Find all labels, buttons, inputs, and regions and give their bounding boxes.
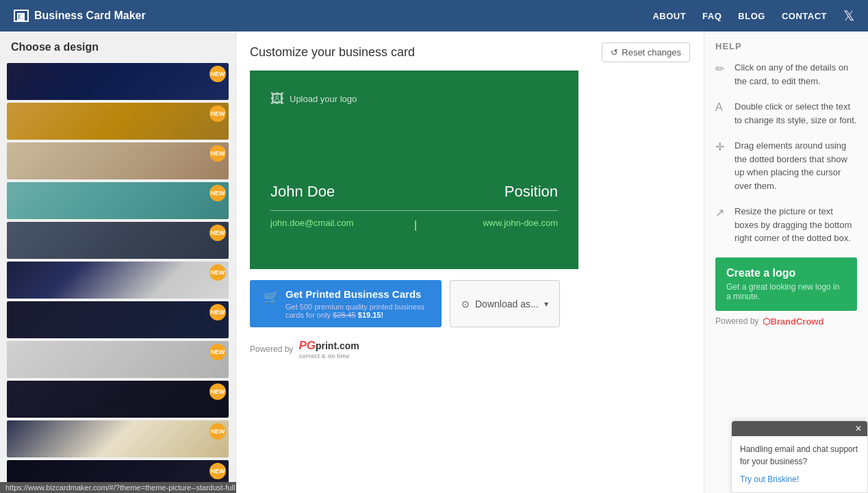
download-label: Download as... <box>475 299 539 309</box>
design-item-7[interactable]: NEW <box>7 301 229 338</box>
create-logo-sub: Get a great looking new logo in a minute… <box>726 282 846 301</box>
sidebar-heading: Choose a design <box>0 31 235 60</box>
design-swatch-10 <box>7 420 229 457</box>
logo-icon: ▣ <box>14 10 29 22</box>
new-badge-4: NEW <box>209 185 226 201</box>
help-item-3: ↗Resize the picture or text boxes by dra… <box>715 205 857 245</box>
help-title: HELP <box>715 41 857 51</box>
design-swatch-9 <box>7 381 229 418</box>
bc-logo: ⬡BrandCrowd <box>763 316 824 327</box>
help-text-3: Resize the picture or text boxes by drag… <box>735 205 857 245</box>
help-icon-1: A <box>715 101 728 114</box>
powered-by-pg: Powered by PGprint.com correct & on time <box>250 338 690 359</box>
design-item-5[interactable]: NEW <box>7 222 229 259</box>
powered-by-label: Powered by <box>250 344 293 354</box>
status-url: https://www.bizcardmaker.com/#/?theme=th… <box>5 483 235 492</box>
new-badge-6: NEW <box>209 264 226 281</box>
get-printed-button[interactable]: 🛒 Get Printed Business Cards Get 500 pre… <box>250 280 442 327</box>
chevron-down-icon: ▾ <box>544 299 548 309</box>
help-text-2: Drag elements around using the dotted bo… <box>735 139 857 192</box>
help-icon-0: ✏ <box>715 62 728 75</box>
new-badge-2: NEW <box>209 105 226 122</box>
card-cursor: | <box>414 219 417 231</box>
design-item-10[interactable]: NEW <box>7 420 229 457</box>
design-swatch-3 <box>7 142 229 179</box>
design-item-1[interactable]: NEW <box>7 63 229 100</box>
design-item-8[interactable]: NEW <box>7 341 229 378</box>
help-icon-2: ✛ <box>715 140 728 153</box>
design-swatch-1 <box>7 63 229 100</box>
center-panel: Customize your business card ↺ Reset cha… <box>236 31 704 493</box>
chat-header: ✕ <box>732 421 867 436</box>
nav-contact[interactable]: CONTACT <box>782 11 827 21</box>
design-item-4[interactable]: NEW <box>7 182 229 219</box>
upload-logo-label: Upload your logo <box>290 94 357 104</box>
design-swatch-4 <box>7 182 229 219</box>
help-text-0: Click on any of the details on the card,… <box>735 61 857 88</box>
help-item-0: ✏Click on any of the details on the card… <box>715 61 857 88</box>
help-icon-3: ↗ <box>715 206 728 219</box>
statusbar: https://www.bizcardmaker.com/#/?theme=th… <box>0 482 236 493</box>
design-item-9[interactable]: NEW <box>7 381 229 418</box>
design-item-3[interactable]: NEW <box>7 142 229 179</box>
nav-blog[interactable]: BLOG <box>738 11 765 21</box>
reset-button[interactable]: ↺ Reset changes <box>602 42 690 62</box>
sidebar[interactable]: Choose a design NEWNEWNEWNEWNEWNEWNEWNEW… <box>0 31 236 493</box>
pg-subtitle: correct & on time <box>298 353 359 359</box>
chat-message: Handling email and chat support for your… <box>740 444 858 466</box>
panel-title: Customize your business card <box>250 45 415 60</box>
card-canvas[interactable]: 🖼 Upload your logo John Doe Position joh… <box>250 71 578 269</box>
pg-logo: PGprint.com correct & on time <box>298 338 359 359</box>
new-badge-5: NEW <box>209 225 226 241</box>
chat-cta-link[interactable]: Try out Briskine! <box>740 473 859 485</box>
twitter-icon[interactable]: 𝕏 <box>843 8 854 24</box>
new-badge-3: NEW <box>209 145 226 162</box>
create-logo-title: Create a logo <box>726 267 846 279</box>
design-item-6[interactable]: NEW <box>7 262 229 299</box>
design-swatch-6 <box>7 262 229 299</box>
design-list: NEWNEWNEWNEWNEWNEWNEWNEWNEWNEWNEWNEW <box>0 63 235 493</box>
nav-faq[interactable]: FAQ <box>702 11 722 21</box>
new-badge-1: NEW <box>209 66 226 82</box>
upload-icon: 🖼 <box>270 91 284 107</box>
chat-close-button[interactable]: ✕ <box>855 424 862 433</box>
card-website[interactable]: www.john-doe.com <box>483 218 558 228</box>
nav-about[interactable]: ABOUT <box>652 11 686 21</box>
get-printed-text: Get Printed Business Cards Get 500 premi… <box>285 288 428 319</box>
upload-logo[interactable]: 🖼 Upload your logo <box>270 91 357 107</box>
card-position[interactable]: Position <box>505 183 558 201</box>
get-printed-title: Get Printed Business Cards <box>285 288 421 300</box>
card-email[interactable]: john.doe@cmail.com <box>270 218 354 228</box>
powered-by-bc: Powered by ⬡BrandCrowd <box>715 316 857 327</box>
chat-body: Handling email and chat support for your… <box>732 436 867 492</box>
new-price: $19.15! <box>358 311 383 319</box>
bc-name: BrandCrowd <box>770 316 824 327</box>
new-badge-8: NEW <box>209 344 226 360</box>
card-divider <box>270 210 558 211</box>
reset-label: Reset changes <box>622 47 681 58</box>
download-button[interactable]: ⊙ Download as... ▾ <box>450 280 560 327</box>
chat-widget: ✕ Handling email and chat support for yo… <box>731 420 868 493</box>
panel-header: Customize your business card ↺ Reset cha… <box>250 42 690 62</box>
design-swatch-7 <box>7 301 229 338</box>
old-price: $28.45 <box>333 311 356 319</box>
cart-icon: 🛒 <box>264 290 279 305</box>
nav-links: ABOUT FAQ BLOG CONTACT 𝕏 <box>652 8 854 24</box>
new-badge-11: NEW <box>209 463 226 479</box>
powered-by-bc-label: Powered by <box>715 316 758 326</box>
header: ▣ Business Card Maker ABOUT FAQ BLOG CON… <box>0 0 868 31</box>
help-item-1: ADouble click or select the text to chan… <box>715 100 857 127</box>
design-item-2[interactable]: NEW <box>7 103 229 140</box>
download-icon: ⊙ <box>461 299 470 309</box>
design-swatch-5 <box>7 222 229 259</box>
help-items: ✏Click on any of the details on the card… <box>715 61 857 245</box>
new-badge-9: NEW <box>209 383 226 400</box>
create-logo-button[interactable]: Create a logo Get a great looking new lo… <box>715 257 857 311</box>
card-name[interactable]: John Doe <box>270 183 335 201</box>
reset-icon: ↺ <box>611 47 618 58</box>
actions-row: 🛒 Get Printed Business Cards Get 500 pre… <box>250 280 690 327</box>
logo-area: ▣ Business Card Maker <box>14 10 146 22</box>
help-item-2: ✛Drag elements around using the dotted b… <box>715 139 857 192</box>
help-text-1: Double click or select the text to chang… <box>735 100 857 127</box>
new-badge-7: NEW <box>209 304 226 320</box>
